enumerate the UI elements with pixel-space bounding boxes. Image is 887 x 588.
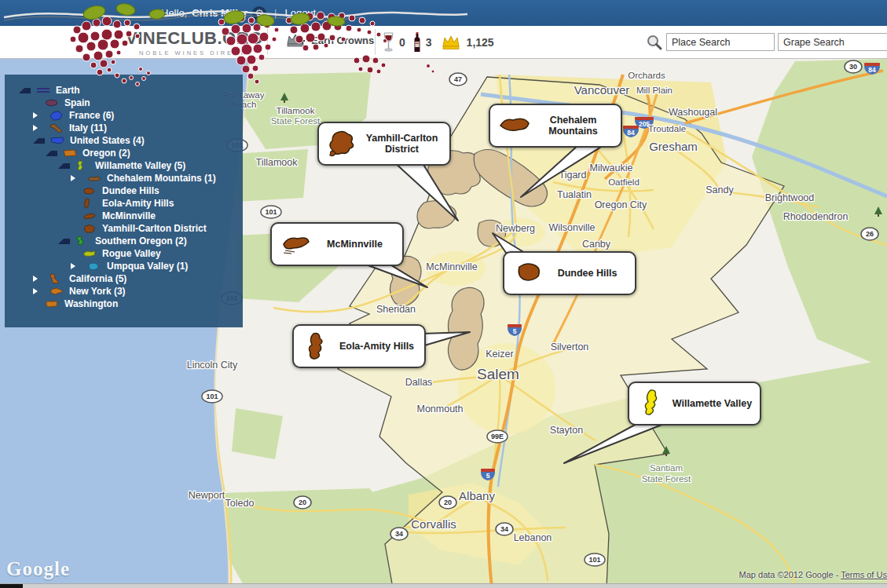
tree-item-umpqua-valley[interactable]: Umpqua Valley (1) — [5, 260, 243, 272]
eola-amity-hills-region-icon — [301, 331, 335, 362]
tree-item-eola-amity-hills[interactable]: Eola-Amity Hills — [5, 197, 243, 210]
tree-item-california[interactable]: California (5) — [5, 272, 243, 285]
user-stats: 0 3 1,125 — [383, 31, 494, 53]
tree-item-willamette-valley[interactable]: Willamette Valley (5) — [5, 159, 243, 172]
logout-link[interactable]: Logout — [284, 7, 316, 19]
map-label: Troutdale — [648, 124, 686, 133]
southern-oregon-icon — [75, 236, 90, 247]
grape-search-input[interactable] — [778, 33, 887, 51]
eola-amity-hills-icon — [82, 198, 97, 209]
settings-gear-icon[interactable]: ⚙ — [252, 6, 266, 20]
tree-item-label: Chehalem Mountains (1) — [107, 173, 216, 184]
tree-item-rogue-valley[interactable]: Rogue Valley — [5, 247, 243, 260]
expand-arrow-icon[interactable] — [33, 288, 44, 294]
map-label: Wilsonville — [548, 222, 595, 233]
svg-text:101: 101 — [206, 393, 218, 400]
tree-item-label: Spain — [64, 97, 90, 108]
svg-text:20: 20 — [299, 499, 306, 506]
svg-text:84: 84 — [627, 129, 635, 137]
map-label: Brightwood — [765, 192, 815, 203]
crown-icon — [440, 34, 462, 51]
map-label: Albany — [459, 489, 495, 502]
map-label: Rhododendron — [783, 211, 849, 222]
tree-item-united-states[interactable]: United States (4) — [5, 134, 243, 147]
expand-arrow-icon[interactable] — [33, 112, 44, 119]
tree-item-washington[interactable]: Washington — [5, 298, 243, 310]
tree-item-chehalem-mountains[interactable]: Chehalem Mountains (1) — [5, 172, 243, 184]
callout-label: Chehalem Mountains — [532, 115, 621, 137]
collapse-arrow-icon[interactable] — [33, 138, 45, 144]
tree-item-spain[interactable]: Spain — [5, 97, 243, 109]
google-logo[interactable]: Google — [6, 558, 70, 580]
scrollbar-thumb[interactable] — [0, 584, 23, 588]
wine-glass-stat[interactable]: 0 — [383, 32, 405, 53]
vineclub-app: { "colors": { "topbar_blue": "#2B5C8F", … — [0, 0, 887, 588]
site-tagline: NOBLE WINES DIRECT — [126, 49, 259, 57]
france-icon — [49, 111, 64, 121]
earn-crowns-label: Earn Crowns — [311, 35, 374, 46]
collapse-arrow-icon[interactable] — [46, 151, 57, 156]
callout-dundee-hills[interactable]: Dundee Hills — [503, 251, 636, 295]
tree-item-label: Yamhill-Carlton District — [102, 223, 207, 234]
horizontal-scrollbar[interactable] — [0, 583, 887, 588]
tree-item-label: Willamette Valley (5) — [95, 160, 185, 171]
map-label: Orchards — [628, 71, 665, 80]
callout-willamette-valley[interactable]: Willamette Valley — [628, 382, 761, 425]
map-label: State Forest — [271, 116, 321, 126]
expand-arrow-icon[interactable] — [71, 175, 82, 181]
expand-arrow-icon[interactable] — [71, 263, 82, 269]
terms-of-use-link[interactable]: Terms of Use — [841, 570, 887, 579]
brand[interactable]: VINECLUB.ORG NOBLE WINES DIRECT — [126, 28, 259, 57]
dundee-hills-region-icon — [511, 257, 546, 289]
expand-arrow-icon[interactable] — [33, 276, 44, 282]
tree-item-southern-oregon[interactable]: Southern Oregon (2) — [5, 235, 243, 247]
site-header: VINECLUB.ORG NOBLE WINES DIRECT Earn Cro… — [0, 26, 887, 59]
map-label: Lincoln City — [187, 360, 238, 371]
search-area — [646, 33, 887, 51]
tree-item-label: Earth — [56, 85, 80, 96]
tree-item-new-york[interactable]: New York (3) — [5, 285, 243, 298]
earn-crowns-button[interactable]: Earn Crowns — [285, 32, 374, 48]
tree-item-yamhill-carlton-district[interactable]: Yamhill-Carlton District — [5, 222, 243, 235]
collapse-arrow-icon[interactable] — [58, 163, 70, 169]
new-york-icon — [49, 287, 64, 296]
tree-item-label: Dundee Hills — [102, 185, 159, 196]
collapse-arrow-icon[interactable] — [19, 88, 31, 93]
tree-item-label: Italy (11) — [69, 122, 107, 133]
willamette-valley-region-icon — [636, 388, 671, 419]
map-label: State Forest — [642, 474, 691, 484]
tree-item-dundee-hills[interactable]: Dundee Hills — [5, 184, 243, 197]
washington-icon — [44, 299, 60, 309]
place-search-input[interactable] — [666, 33, 775, 51]
tree-item-italy[interactable]: Italy (11) — [5, 122, 243, 134]
map-label: Washougal — [669, 107, 717, 118]
tree-item-mcminnville[interactable]: McMinnville — [5, 210, 243, 222]
svg-text:99E: 99E — [491, 433, 504, 440]
map-label: Corvallis — [411, 517, 456, 531]
callout-chehalem-mountains[interactable]: Chehalem Mountains — [489, 104, 622, 148]
tree-item-earth[interactable]: Earth — [5, 84, 243, 97]
map-label: Salem — [477, 366, 519, 382]
tree-item-label: Washington — [64, 298, 118, 309]
map-label: Newport — [189, 490, 225, 501]
collapse-arrow-icon[interactable] — [58, 239, 70, 244]
callout-yamhill-carlton[interactable]: Yamhill-Carlton District — [317, 122, 451, 166]
bottle-stat[interactable]: 3 — [413, 31, 432, 53]
expand-arrow-icon[interactable] — [33, 125, 44, 131]
svg-text:34: 34 — [395, 530, 403, 538]
callout-mcminnville[interactable]: McMinnville — [270, 222, 404, 266]
svg-text:47: 47 — [454, 75, 462, 83]
svg-text:101: 101 — [588, 556, 600, 564]
callout-eola-amity-hills[interactable]: Eola-Amity Hills — [292, 324, 426, 368]
tree-item-france[interactable]: France (6) — [5, 109, 243, 122]
map-label: Gresham — [649, 140, 698, 153]
tree-item-label: Eola-Amity Hills — [102, 198, 174, 209]
map-label: Lebanon — [514, 532, 552, 543]
italy-icon — [49, 123, 64, 133]
map-label: Sandy — [706, 184, 734, 195]
rogue-valley-icon — [82, 249, 97, 258]
tree-item-oregon[interactable]: Oregon (2) — [5, 147, 243, 159]
crown-stat[interactable]: 1,125 — [440, 34, 494, 51]
svg-text:5: 5 — [486, 472, 490, 480]
chehalem-mountains-icon — [86, 173, 102, 183]
